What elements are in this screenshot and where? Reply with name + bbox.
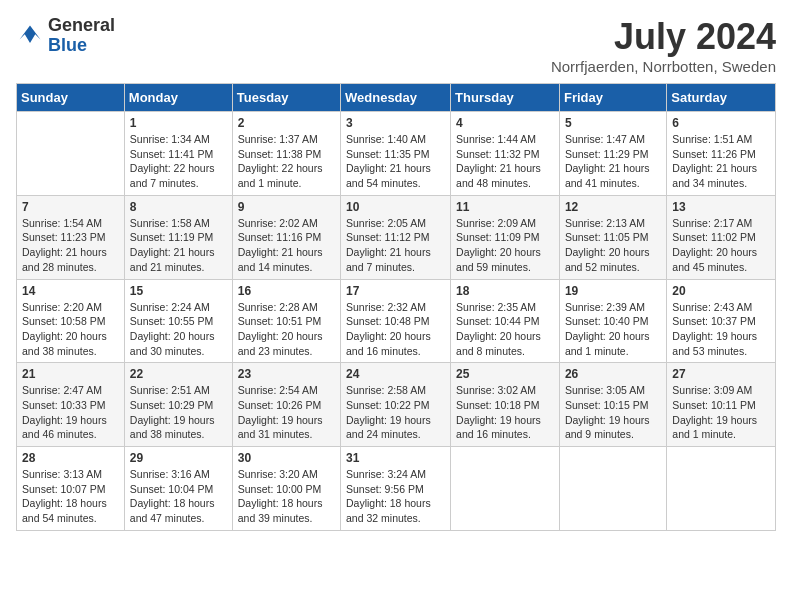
- day-number: 14: [22, 284, 119, 298]
- day-number: 28: [22, 451, 119, 465]
- day-info: Sunrise: 3:13 AMSunset: 10:07 PMDaylight…: [22, 467, 119, 526]
- day-number: 27: [672, 367, 770, 381]
- day-info: Sunrise: 2:43 AMSunset: 10:37 PMDaylight…: [672, 300, 770, 359]
- header-wednesday: Wednesday: [341, 84, 451, 112]
- day-number: 29: [130, 451, 227, 465]
- day-info: Sunrise: 3:16 AMSunset: 10:04 PMDaylight…: [130, 467, 227, 526]
- month-title: July 2024: [551, 16, 776, 58]
- day-info: Sunrise: 2:28 AMSunset: 10:51 PMDaylight…: [238, 300, 335, 359]
- day-info: Sunrise: 3:24 AMSunset: 9:56 PMDaylight:…: [346, 467, 445, 526]
- logo: General Blue: [16, 16, 115, 56]
- calendar-cell: 9Sunrise: 2:02 AMSunset: 11:16 PMDayligh…: [232, 195, 340, 279]
- day-number: 25: [456, 367, 554, 381]
- calendar-cell: 4Sunrise: 1:44 AMSunset: 11:32 PMDayligh…: [451, 112, 560, 196]
- day-number: 30: [238, 451, 335, 465]
- day-info: Sunrise: 2:32 AMSunset: 10:48 PMDaylight…: [346, 300, 445, 359]
- calendar-cell: 25Sunrise: 3:02 AMSunset: 10:18 PMDaylig…: [451, 363, 560, 447]
- day-number: 7: [22, 200, 119, 214]
- calendar-cell: 29Sunrise: 3:16 AMSunset: 10:04 PMDaylig…: [124, 447, 232, 531]
- calendar-cell: 8Sunrise: 1:58 AMSunset: 11:19 PMDayligh…: [124, 195, 232, 279]
- calendar-cell: 11Sunrise: 2:09 AMSunset: 11:09 PMDaylig…: [451, 195, 560, 279]
- calendar-cell: 6Sunrise: 1:51 AMSunset: 11:26 PMDayligh…: [667, 112, 776, 196]
- day-info: Sunrise: 3:02 AMSunset: 10:18 PMDaylight…: [456, 383, 554, 442]
- calendar-cell: [17, 112, 125, 196]
- logo-text: General Blue: [48, 16, 115, 56]
- calendar-cell: 13Sunrise: 2:17 AMSunset: 11:02 PMDaylig…: [667, 195, 776, 279]
- header-saturday: Saturday: [667, 84, 776, 112]
- day-number: 3: [346, 116, 445, 130]
- header-sunday: Sunday: [17, 84, 125, 112]
- day-info: Sunrise: 3:05 AMSunset: 10:15 PMDaylight…: [565, 383, 661, 442]
- day-info: Sunrise: 2:39 AMSunset: 10:40 PMDaylight…: [565, 300, 661, 359]
- day-info: Sunrise: 2:17 AMSunset: 11:02 PMDaylight…: [672, 216, 770, 275]
- logo-blue: Blue: [48, 36, 115, 56]
- day-number: 31: [346, 451, 445, 465]
- header-tuesday: Tuesday: [232, 84, 340, 112]
- calendar-cell: 16Sunrise: 2:28 AMSunset: 10:51 PMDaylig…: [232, 279, 340, 363]
- day-info: Sunrise: 3:20 AMSunset: 10:00 PMDaylight…: [238, 467, 335, 526]
- calendar-cell: 12Sunrise: 2:13 AMSunset: 11:05 PMDaylig…: [559, 195, 666, 279]
- calendar-cell: 27Sunrise: 3:09 AMSunset: 10:11 PMDaylig…: [667, 363, 776, 447]
- day-info: Sunrise: 2:20 AMSunset: 10:58 PMDaylight…: [22, 300, 119, 359]
- day-info: Sunrise: 2:51 AMSunset: 10:29 PMDaylight…: [130, 383, 227, 442]
- day-number: 4: [456, 116, 554, 130]
- day-number: 17: [346, 284, 445, 298]
- header-monday: Monday: [124, 84, 232, 112]
- day-info: Sunrise: 2:47 AMSunset: 10:33 PMDaylight…: [22, 383, 119, 442]
- logo-icon: [16, 22, 44, 50]
- calendar-header-row: SundayMondayTuesdayWednesdayThursdayFrid…: [17, 84, 776, 112]
- day-info: Sunrise: 1:51 AMSunset: 11:26 PMDaylight…: [672, 132, 770, 191]
- day-number: 2: [238, 116, 335, 130]
- day-number: 22: [130, 367, 227, 381]
- calendar-cell: 2Sunrise: 1:37 AMSunset: 11:38 PMDayligh…: [232, 112, 340, 196]
- day-number: 11: [456, 200, 554, 214]
- day-number: 13: [672, 200, 770, 214]
- day-number: 1: [130, 116, 227, 130]
- day-number: 23: [238, 367, 335, 381]
- svg-marker-0: [20, 25, 41, 43]
- day-number: 12: [565, 200, 661, 214]
- day-info: Sunrise: 2:05 AMSunset: 11:12 PMDaylight…: [346, 216, 445, 275]
- day-info: Sunrise: 3:09 AMSunset: 10:11 PMDaylight…: [672, 383, 770, 442]
- day-number: 20: [672, 284, 770, 298]
- calendar-cell: 31Sunrise: 3:24 AMSunset: 9:56 PMDayligh…: [341, 447, 451, 531]
- day-info: Sunrise: 2:13 AMSunset: 11:05 PMDaylight…: [565, 216, 661, 275]
- calendar-cell: 28Sunrise: 3:13 AMSunset: 10:07 PMDaylig…: [17, 447, 125, 531]
- calendar-cell: 1Sunrise: 1:34 AMSunset: 11:41 PMDayligh…: [124, 112, 232, 196]
- day-number: 15: [130, 284, 227, 298]
- day-number: 9: [238, 200, 335, 214]
- day-info: Sunrise: 1:37 AMSunset: 11:38 PMDaylight…: [238, 132, 335, 191]
- calendar-cell: 19Sunrise: 2:39 AMSunset: 10:40 PMDaylig…: [559, 279, 666, 363]
- day-info: Sunrise: 2:24 AMSunset: 10:55 PMDaylight…: [130, 300, 227, 359]
- page-header: General Blue July 2024 Norrfjaerden, Nor…: [16, 16, 776, 75]
- day-info: Sunrise: 2:09 AMSunset: 11:09 PMDaylight…: [456, 216, 554, 275]
- day-number: 21: [22, 367, 119, 381]
- day-number: 6: [672, 116, 770, 130]
- day-info: Sunrise: 1:58 AMSunset: 11:19 PMDaylight…: [130, 216, 227, 275]
- calendar-week-1: 1Sunrise: 1:34 AMSunset: 11:41 PMDayligh…: [17, 112, 776, 196]
- day-info: Sunrise: 2:54 AMSunset: 10:26 PMDaylight…: [238, 383, 335, 442]
- day-number: 26: [565, 367, 661, 381]
- header-friday: Friday: [559, 84, 666, 112]
- calendar-cell: 21Sunrise: 2:47 AMSunset: 10:33 PMDaylig…: [17, 363, 125, 447]
- calendar-cell: 20Sunrise: 2:43 AMSunset: 10:37 PMDaylig…: [667, 279, 776, 363]
- header-thursday: Thursday: [451, 84, 560, 112]
- day-info: Sunrise: 1:40 AMSunset: 11:35 PMDaylight…: [346, 132, 445, 191]
- calendar-cell: [559, 447, 666, 531]
- day-number: 10: [346, 200, 445, 214]
- title-block: July 2024 Norrfjaerden, Norrbotten, Swed…: [551, 16, 776, 75]
- calendar-week-4: 21Sunrise: 2:47 AMSunset: 10:33 PMDaylig…: [17, 363, 776, 447]
- day-number: 18: [456, 284, 554, 298]
- calendar-week-2: 7Sunrise: 1:54 AMSunset: 11:23 PMDayligh…: [17, 195, 776, 279]
- day-info: Sunrise: 1:34 AMSunset: 11:41 PMDaylight…: [130, 132, 227, 191]
- calendar-cell: 30Sunrise: 3:20 AMSunset: 10:00 PMDaylig…: [232, 447, 340, 531]
- day-number: 19: [565, 284, 661, 298]
- calendar-cell: 3Sunrise: 1:40 AMSunset: 11:35 PMDayligh…: [341, 112, 451, 196]
- calendar-cell: 14Sunrise: 2:20 AMSunset: 10:58 PMDaylig…: [17, 279, 125, 363]
- calendar-cell: 5Sunrise: 1:47 AMSunset: 11:29 PMDayligh…: [559, 112, 666, 196]
- calendar-cell: [451, 447, 560, 531]
- day-info: Sunrise: 1:54 AMSunset: 11:23 PMDaylight…: [22, 216, 119, 275]
- day-number: 8: [130, 200, 227, 214]
- day-number: 5: [565, 116, 661, 130]
- logo-general: General: [48, 16, 115, 36]
